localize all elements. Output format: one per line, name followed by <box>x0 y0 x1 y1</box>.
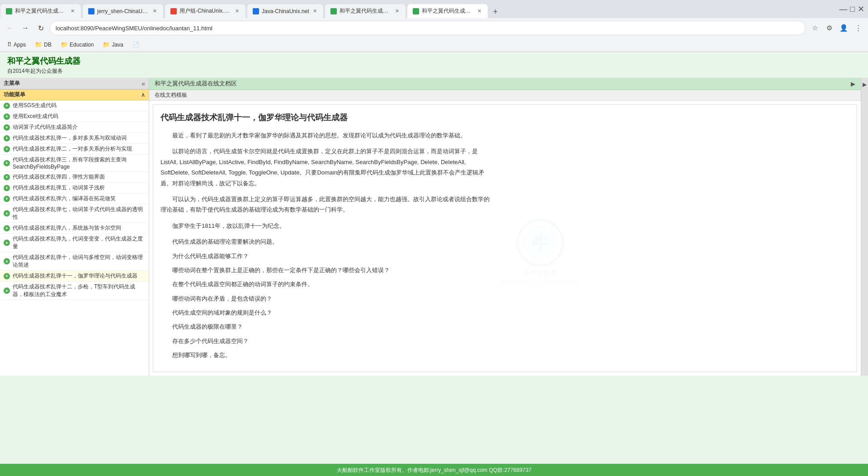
tab-favicon-4 <box>253 8 259 14</box>
bookmark-apps[interactable]: ⠿ Apps <box>4 40 29 49</box>
sidebar-item-2-label: 代码生成器技术乱弹二，一对多关系的分析与实现 <box>13 145 132 153</box>
apps-icon: ⠿ <box>7 41 12 48</box>
tab-title-6: 和平之翼代码生成器SME... <box>422 7 474 15</box>
back-button[interactable]: ← <box>4 22 16 34</box>
bookmark-star-button[interactable]: ☆ <box>808 22 821 34</box>
article-question-5: 代码生成空间的域对象的规则是什么？ <box>160 307 490 318</box>
tab-6[interactable]: 和平之翼代码生成器SME... ✕ <box>407 4 488 18</box>
site-subtitle: 自2014年起为公众服务 <box>7 67 861 75</box>
sidebar-main-menu-label: 主菜单 <box>4 80 20 87</box>
new-tab-button[interactable]: + <box>489 5 502 18</box>
svg-point-0 <box>518 220 563 265</box>
excel-icon <box>4 113 10 120</box>
sidebar-item-6[interactable]: 代码生成器技术乱弹六，编译器在拓花做笑 <box>0 193 149 204</box>
profile-button[interactable]: 👤 <box>837 22 850 34</box>
tab-title-5: 和平之翼代码生成器SME... <box>340 7 392 15</box>
watermark-logo-svg: 牛 <box>515 218 565 268</box>
sidebar: 主菜单 « 功能菜单 ∧ 使用SGS生成代码 使用Excel生成代码 动词算子式 <box>0 78 149 376</box>
tab-4[interactable]: Java-ChinaUnix.net ✕ <box>247 4 324 18</box>
sidebar-item-1[interactable]: 代码生成器技术乱弹一，多对多关系与双域动词 <box>0 133 149 144</box>
article-question-6: 代码生成器的极限在哪里？ <box>160 321 490 332</box>
sidebar-item-9-label: 代码生成器技术乱弹九，代词变变变，代码生成器之度量 <box>13 235 145 250</box>
content-sub-bar-title: 在线文档模板 <box>155 92 187 98</box>
main-layout: 主菜单 « 功能菜单 ∧ 使用SGS生成代码 使用Excel生成代码 动词算子式 <box>0 78 868 376</box>
education-folder-icon: 📁 <box>61 41 68 48</box>
tab-title-2: jerry_shen-ChinaUnix.ne... <box>97 8 149 14</box>
sidebar-item-11-label: 代码生成器技术乱弹十一，伽罗华理论与代码生成器 <box>13 272 137 280</box>
close-button[interactable]: ✕ <box>858 4 864 14</box>
bookmark-java-label: Java <box>112 42 123 48</box>
sidebar-item-5-label: 代码生成器技术乱弹五，动词算子浅析 <box>13 184 105 192</box>
tab-1[interactable]: 和平之翼代码生成器宝库 ✕ <box>0 4 81 18</box>
window-controls: — □ ✕ <box>835 0 868 18</box>
bookmark-doc[interactable]: 📄 <box>129 41 143 49</box>
menu-button[interactable]: ⋮ <box>852 22 864 34</box>
sidebar-item-intro[interactable]: 动词算子式代码生成器简介 <box>0 122 149 133</box>
item4-icon <box>4 174 10 180</box>
doc-icon: 📄 <box>132 42 139 48</box>
bookmark-education[interactable]: 📁 Education <box>57 40 97 49</box>
sidebar-item-2[interactable]: 代码生成器技术乱弹二，一对多关系的分析与实现 <box>0 144 149 155</box>
sidebar-collapse-button[interactable]: « <box>142 80 145 87</box>
sidebar-item-3[interactable]: 代码生成器技术乱弹三，所有字段搜索的主查询SearchByFieldsByPag… <box>0 155 149 172</box>
forward-button[interactable]: → <box>19 22 32 34</box>
sidebar-item-6-label: 代码生成器技术乱弹六，编译器在拓花做笑 <box>13 195 116 203</box>
sidebar-item-12-label: 代码生成器技术乱弹十二，步枪，T型车到代码生成器，模板法的工业魔术 <box>13 283 145 298</box>
sidebar-item-3-label: 代码生成器技术乱弹三，所有字段搜索的主查询SearchByFieldsByPag… <box>13 156 145 170</box>
article-question-4: 哪些动词有内在矛盾，是包含错误的？ <box>160 293 490 304</box>
sidebar-item-7-label: 代码生成器技术乱弹七，动词算子式代码生成器的透明性 <box>13 206 145 221</box>
article-title: 代码生成器技术乱弹十一，伽罗华理论与代码生成器 <box>160 112 490 123</box>
tab-close-6[interactable]: ✕ <box>476 7 482 15</box>
tab-close-5[interactable]: ✕ <box>394 7 400 15</box>
func-menu-label: 功能菜单 <box>4 91 25 99</box>
site-title: 和平之翼代码生成器 <box>7 56 861 66</box>
tab-title-3: 用户组-ChinaUnix.net <box>179 7 231 15</box>
sidebar-item-10-label: 代码生成器技术乱弹十，动词与多维空间，动词变格理论简述 <box>13 254 145 269</box>
item11-icon <box>4 273 10 279</box>
sidebar-item-12[interactable]: 代码生成器技术乱弹十二，步枪，T型车到代码生成器，模板法的工业魔术 <box>0 282 149 300</box>
right-toggle-icon[interactable]: ▶ <box>851 80 855 87</box>
right-sidebar-toggle[interactable]: ▶ <box>861 78 868 376</box>
sidebar-item-excel[interactable]: 使用Excel生成代码 <box>0 111 149 122</box>
bookmark-db[interactable]: 📁 DB <box>31 40 55 49</box>
article-para-1: 最近，看到了最悲剧的天才数学家伽罗华的际遇及其群论的思想。发现群论可以成为代码生… <box>160 130 490 141</box>
article-para-3: 可以认为，代码生成器置换群上定义的算子即运算越多，此置换群的空间越大，能力也越强… <box>160 194 490 215</box>
svg-point-1 <box>523 226 557 260</box>
tab-close-2[interactable]: ✕ <box>152 7 158 15</box>
bookmarks-bar: ⠿ Apps 📁 DB 📁 Education 📁 Java 📄 <box>0 38 868 52</box>
sidebar-item-8-label: 代码生成器技术乱弹八，系统族与笛卡尔空间 <box>13 224 121 232</box>
sidebar-item-sgs[interactable]: 使用SGS生成代码 <box>0 100 149 111</box>
intro-icon <box>4 124 10 131</box>
maximize-button[interactable]: □ <box>850 5 855 14</box>
sgs-icon <box>4 103 10 109</box>
minimize-button[interactable]: — <box>839 5 847 14</box>
menu-section-arrow[interactable]: ∧ <box>141 92 145 98</box>
item12-icon <box>4 287 10 294</box>
sidebar-item-10[interactable]: 代码生成器技术乱弹十，动词与多维空间，动词变格理论简述 <box>0 252 149 271</box>
tab-3[interactable]: 用户组-ChinaUnix.net ✕ <box>165 4 246 18</box>
bookmark-java[interactable]: 📁 Java <box>99 40 127 49</box>
sidebar-item-9[interactable]: 代码生成器技术乱弹九，代词变变变，代码生成器之度量 <box>0 234 149 252</box>
sidebar-item-intro-label: 动词算子式代码生成器简介 <box>13 123 78 131</box>
sidebar-item-11[interactable]: 代码生成器技术乱弹十一，伽罗华理论与代码生成器 <box>0 271 149 282</box>
article-question-1: 为什么代码生成器能够工作？ <box>160 251 490 261</box>
extensions-button[interactable]: ⚙ <box>823 22 835 34</box>
item7-icon <box>4 210 10 217</box>
bookmark-education-label: Education <box>70 42 94 48</box>
tab-close-3[interactable]: ✕ <box>234 7 240 15</box>
content-area: 和平之翼代码生成器在线文档区 ▶ 在线文档模板 代码生成器技术乱弹十一，伽罗华理… <box>149 78 861 376</box>
tab-2[interactable]: jerry_shen-ChinaUnix.ne... ✕ <box>82 4 164 18</box>
tab-5[interactable]: 和平之翼代码生成器SME... ✕ <box>325 4 406 18</box>
tab-close-4[interactable]: ✕ <box>312 7 318 15</box>
tab-close-1[interactable]: ✕ <box>70 7 75 15</box>
tab-favicon-3 <box>170 8 177 14</box>
sidebar-item-7[interactable]: 代码生成器技术乱弹七，动词算子式代码生成器的透明性 <box>0 204 149 223</box>
sidebar-item-8[interactable]: 代码生成器技术乱弹八，系统族与笛卡尔空间 <box>0 223 149 234</box>
sidebar-item-5[interactable]: 代码生成器技术乱弹五，动词算子浅析 <box>0 183 149 193</box>
address-bar[interactable]: localhost:8090/PeaceWingSMEU/onlinedoc/l… <box>50 21 806 35</box>
reload-button[interactable]: ↻ <box>34 22 47 34</box>
tab-title-4: Java-ChinaUnix.net <box>262 8 309 14</box>
sidebar-item-4[interactable]: 代码生成器技术乱弹四，弹性方能界面 <box>0 172 149 183</box>
article-question-7: 存在多少个代码生成器空间？ <box>160 336 490 346</box>
article-question-3: 在整个代码生成器空间都正确的动词算子的约束条件。 <box>160 279 490 289</box>
